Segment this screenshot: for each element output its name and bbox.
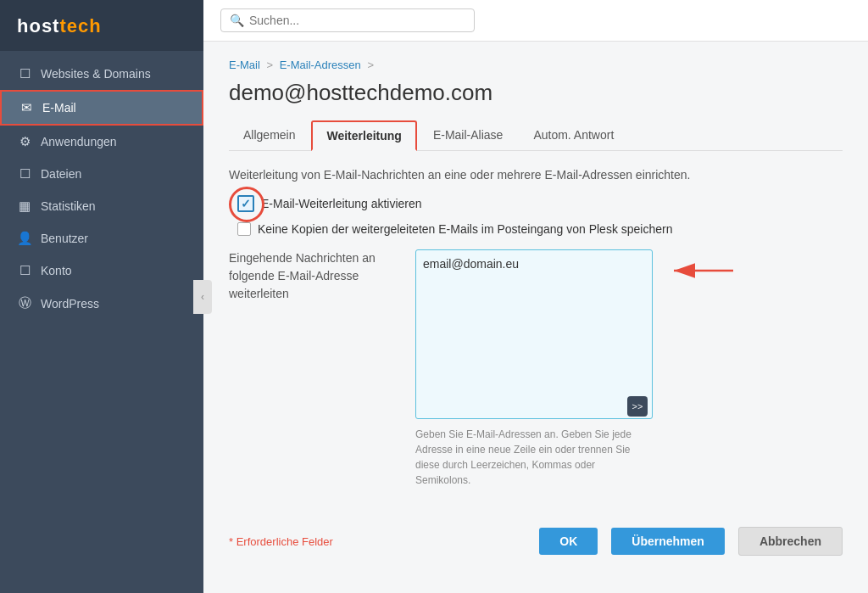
breadcrumb-email[interactable]: E-Mail	[229, 59, 260, 71]
breadcrumb: E-Mail > E-Mail-Adressen >	[229, 59, 843, 71]
sidebar-item-email[interactable]: ✉ E-Mail	[0, 90, 203, 126]
wordpress-icon: Ⓦ	[17, 295, 32, 311]
sidebar-item-users[interactable]: 👤 Benutzer	[0, 222, 203, 255]
forwarding-checkbox[interactable]	[237, 195, 254, 212]
user-icon: 👤	[17, 231, 32, 246]
breadcrumb-sep1: >	[266, 59, 275, 71]
forward-hint-text: Geben Sie E-Mail-Adressen an. Geben Sie …	[415, 427, 653, 488]
main-content: 🔍 E-Mail > E-Mail-Adressen > demo@hostte…	[203, 0, 868, 593]
tabs-container: Allgemein Weiterleitung E-Mail-Aliase Au…	[229, 120, 843, 151]
files-icon: ☐	[17, 166, 32, 182]
stats-icon: ▦	[17, 199, 32, 214]
apply-button[interactable]: Übernehmen	[611, 528, 725, 555]
tab-alias[interactable]: E-Mail-Aliase	[419, 120, 517, 151]
content-area: E-Mail > E-Mail-Adressen > demo@hosttech…	[203, 42, 868, 593]
copy-checkbox-label: Keine Kopien der weitergeleiteten E-Mail…	[258, 222, 673, 236]
email-icon: ✉	[19, 100, 34, 115]
sidebar-nav: ☐ Websites & Domains ✉ E-Mail ⚙ Anwendun…	[0, 51, 203, 593]
search-box[interactable]: 🔍	[220, 8, 475, 32]
forwarding-checkbox-label: E-Mail-Weiterleitung aktivieren	[261, 197, 422, 210]
sidebar-collapse-handle[interactable]: ‹	[193, 280, 212, 314]
search-input[interactable]	[249, 14, 465, 27]
sidebar-item-stats[interactable]: ▦ Statistiken	[0, 190, 203, 222]
logo: hosttech	[0, 0, 203, 51]
tab-forwarding[interactable]: Weiterleitung	[311, 120, 416, 151]
sidebar-item-websites[interactable]: ☐ Websites & Domains	[0, 58, 203, 90]
forward-to-label: Eingehende Nachrichten an folgende E-Mai…	[229, 249, 398, 303]
account-icon: ☐	[17, 263, 32, 278]
page-title: demo@hosttechdemo.com	[229, 80, 843, 106]
copy-checkbox[interactable]	[237, 222, 251, 236]
tab-autoreply[interactable]: Autom. Antwort	[519, 120, 628, 151]
ok-button[interactable]: OK	[539, 528, 598, 555]
forward-email-textarea[interactable]: email@domain.eu	[415, 249, 653, 419]
tab-general[interactable]: Allgemein	[229, 120, 309, 151]
required-note: * Erforderliche Felder	[229, 535, 333, 548]
form-description: Weiterleitung von E-Mail-Nachrichten an …	[229, 168, 843, 182]
forward-to-row: Eingehende Nachrichten an folgende E-Mai…	[229, 249, 843, 488]
breadcrumb-addresses[interactable]: E-Mail-Adressen	[280, 59, 361, 71]
sidebar-item-wordpress[interactable]: Ⓦ WordPress	[0, 287, 203, 320]
sidebar-item-account[interactable]: ☐ Konto	[0, 255, 203, 287]
apps-icon: ⚙	[17, 134, 32, 149]
sidebar-item-files[interactable]: ☐ Dateien	[0, 158, 203, 190]
copy-checkbox-row: Keine Kopien der weitergeleiteten E-Mail…	[237, 222, 843, 236]
cancel-button[interactable]: Abbrechen	[738, 527, 843, 556]
forward-textarea-wrapper: email@domain.eu >>	[415, 249, 653, 422]
forwarding-checkbox-row: E-Mail-Weiterleitung aktivieren	[237, 195, 843, 212]
breadcrumb-sep2: >	[367, 59, 374, 71]
sidebar: hosttech ☐ Websites & Domains ✉ E-Mail ⚙…	[0, 0, 203, 593]
form-footer: * Erforderliche Felder OK Übernehmen Abb…	[229, 513, 843, 556]
sidebar-item-apps[interactable]: ⚙ Anwendungen	[0, 126, 203, 158]
websites-icon: ☐	[17, 66, 32, 81]
search-icon: 🔍	[230, 14, 244, 27]
topbar: 🔍	[203, 0, 868, 42]
red-arrow-annotation	[670, 258, 737, 283]
